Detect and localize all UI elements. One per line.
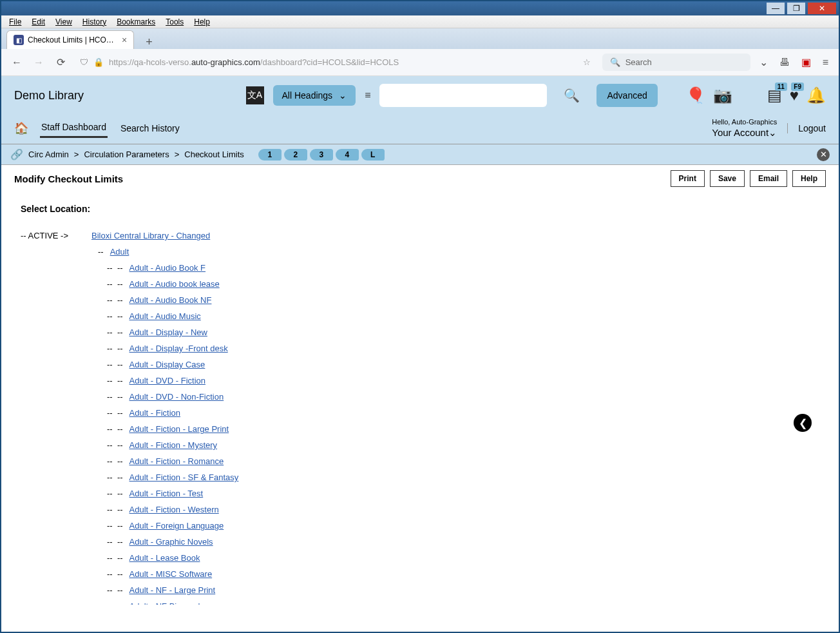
history-pill-4[interactable]: 4 [336,149,359,161]
history-pill-l[interactable]: L [361,149,385,161]
tree-row: -- --Adult - Fiction - Western [107,505,819,514]
page-titlebar: Modify Checkout Limits Print Save Email … [1,165,839,192]
camera-icon[interactable]: 📷 [713,86,732,104]
back-button[interactable]: ← [9,55,24,70]
location-link[interactable]: Adult - Fiction [129,408,180,418]
history-pill-3[interactable]: 3 [310,149,333,161]
location-link[interactable]: Adult - Fiction - Romance [129,456,224,466]
menu-bookmarks[interactable]: Bookmarks [111,17,160,26]
bell-icon[interactable]: 🔔 [807,86,826,104]
expand-panel-button[interactable]: ❮ [794,414,812,432]
advanced-search-button[interactable]: Advanced [597,84,657,107]
extension-icon[interactable]: ▣ [799,56,814,68]
location-link[interactable]: Adult - NF - Large Print [129,585,216,595]
card-icon[interactable]: ▤11 [767,86,782,104]
print-icon[interactable]: 🖶 [777,57,792,68]
active-indicator: -- ACTIVE -> [21,231,85,240]
action-buttons: Print Save Email Help [671,170,826,187]
breadcrumb-circ-admin[interactable]: Circ Admin [28,150,69,159]
location-root-link[interactable]: Biloxi Central Library - Changed [91,231,210,240]
page-title: Modify Checkout Limits [14,173,123,184]
help-button[interactable]: Help [792,170,826,187]
tree-row: -- --Adult - Fiction - Romance [107,456,819,466]
location-link[interactable]: Adult - Fiction - SF & Fantasy [129,472,239,482]
location-link[interactable]: Adult - DVD - Non-Fiction [129,392,224,402]
menu-edit[interactable]: Edit [26,17,50,26]
close-window-button[interactable]: ✕ [808,3,836,14]
url-text: https://qa-hcols-verso.auto-graphics.com… [109,57,399,67]
hamburger-menu-icon[interactable]: ≡ [820,57,831,68]
logout-link[interactable]: Logout [787,123,826,133]
location-link[interactable]: Adult - NF Biography [129,601,207,605]
account-dropdown[interactable]: Your Account⌄ [712,127,777,139]
save-button[interactable]: Save [710,170,745,187]
balloon-icon[interactable]: 🎈 [686,86,705,104]
tree-row: -- --Adult - Audio Music [107,311,819,321]
tree-row: -- --Adult - Audio Book F [107,263,819,273]
tab-close-icon[interactable]: × [122,35,127,45]
heart-icon[interactable]: ♥F9 [790,86,799,104]
bookmark-star-icon[interactable]: ☆ [583,57,591,67]
menu-tools[interactable]: Tools [160,17,189,26]
location-link[interactable]: Adult - Fiction - Large Print [129,424,229,434]
shield-icon: 🛡 [80,57,88,67]
location-link[interactable]: Adult - Fiction - Test [129,489,204,498]
location-link[interactable]: Adult - Display Case [129,360,205,369]
location-link[interactable]: Adult - Audio Book NF [129,295,212,305]
tree-row: -- --Adult - Fiction - Large Print [107,424,819,434]
location-link[interactable]: Adult - Audio Music [129,311,201,321]
tree-row: -- --Adult - Display -Front desk [107,344,819,353]
history-pill-1[interactable]: 1 [258,149,282,161]
tree-row: -- --Adult - DVD - Fiction [107,376,819,385]
location-link-adult[interactable]: Adult [110,247,129,257]
close-breadcrumb-icon[interactable]: ✕ [817,148,830,161]
location-link[interactable]: Adult - MISC Software [129,569,213,579]
menu-history[interactable]: History [77,17,111,26]
menu-file[interactable]: File [4,17,26,26]
link-icon: 🔗 [10,148,23,161]
language-icon[interactable]: 文A [246,86,264,104]
tree-row: -- --Adult - Foreign Language [107,521,819,531]
history-pills: 1 2 3 4 L [258,149,385,161]
location-link[interactable]: Adult - Display -Front desk [129,344,228,353]
nav-staff-dashboard[interactable]: Staff Dashboard [40,118,108,138]
database-icon[interactable]: ≡ [365,90,370,101]
catalog-search-input[interactable] [379,84,547,107]
tree-row: -- --Adult - Display - New [107,327,819,337]
header-icons: 🎈 📷 ▤11 ♥F9 🔔 [686,86,826,104]
location-link[interactable]: Adult - Fiction - Western [129,505,219,514]
pocket-icon[interactable]: ⌄ [757,56,770,68]
browser-tab[interactable]: ◧ Checkout Limits | HCOLS | hcol × [6,30,134,49]
tree-row: -- --Adult - DVD - Non-Fiction [107,392,819,402]
location-link[interactable]: Adult - Audio Book F [129,263,206,273]
menu-help[interactable]: Help [189,17,215,26]
location-link[interactable]: Adult - Fiction - Mystery [129,440,218,450]
breadcrumb-circulation-parameters[interactable]: Circulation Parameters [84,150,169,159]
account-area: Hello, Auto-Graphics Your Account⌄ Logou… [712,117,826,139]
tree-row-adult: -- Adult [98,247,819,257]
minimize-button[interactable]: — [767,3,785,14]
tab-favicon-icon: ◧ [14,35,24,45]
history-pill-2[interactable]: 2 [284,149,307,161]
new-tab-button[interactable]: + [140,35,158,49]
print-button[interactable]: Print [671,170,705,187]
forward-button[interactable]: → [31,55,46,70]
location-link[interactable]: Adult - Graphic Novels [129,537,213,547]
reload-button[interactable]: ⟳ [53,55,68,70]
lock-icon: 🔒 [93,57,104,67]
catalog-search-button[interactable]: 🔍 [556,88,587,103]
maximize-button[interactable]: ❐ [787,3,805,14]
location-link[interactable]: Adult - DVD - Fiction [129,376,205,385]
menu-view[interactable]: View [50,17,77,26]
location-link[interactable]: Adult - Lease Book [129,553,200,563]
email-button[interactable]: Email [750,170,787,187]
tree-row: -- --Adult - Audio Book NF [107,295,819,305]
nav-search-history[interactable]: Search History [119,119,181,137]
location-link[interactable]: Adult - Display - New [129,327,207,337]
location-link[interactable]: Adult - Foreign Language [129,521,224,531]
location-link[interactable]: Adult - Audio book lease [129,279,220,289]
headings-dropdown[interactable]: All Headings ⌄ [273,85,356,106]
browser-search-input[interactable]: 🔍 Search [602,54,750,71]
url-bar[interactable]: 🛡 🔒 https://qa-hcols-verso.auto-graphics… [75,55,596,70]
home-icon[interactable]: 🏠 [14,121,28,135]
